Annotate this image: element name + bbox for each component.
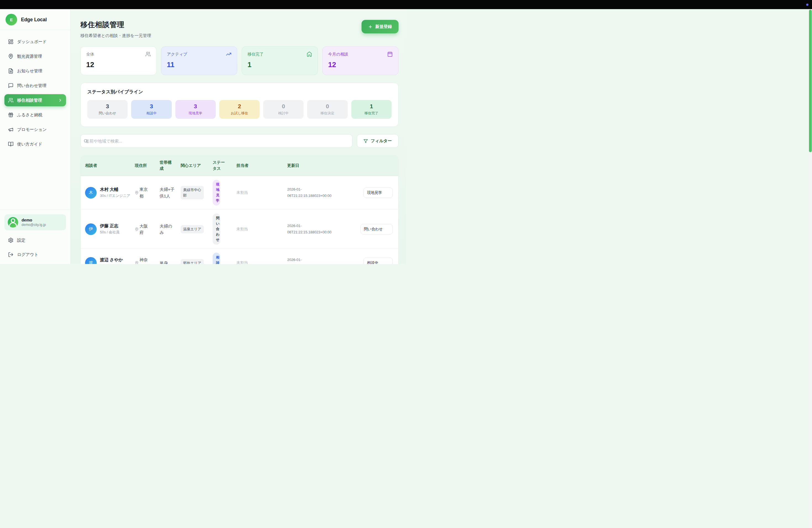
updated-cell: 2026-01-06T21:22:15.188023+00:00 xyxy=(287,186,337,199)
area-chip: 美緑市中心部 xyxy=(180,186,204,200)
map-pin-icon xyxy=(135,261,139,264)
chevron-right-icon xyxy=(58,98,62,102)
stat-card-2: 移住完了 1 xyxy=(242,46,318,75)
stage-count: 3 xyxy=(150,103,153,109)
new-registration-button[interactable]: 新規登録 xyxy=(362,20,398,33)
status-badge: 問い合わせ xyxy=(213,214,220,245)
stage-label: 問い合わせ xyxy=(99,111,116,116)
sidebar-footer-item-0[interactable]: 設定 xyxy=(4,235,66,246)
status-badge: 現地見学 xyxy=(213,180,220,206)
consultant-meta: 50s / 会社員 xyxy=(100,230,120,235)
plus-icon xyxy=(368,25,373,29)
stat-card-1: アクティブ 11 xyxy=(161,46,237,75)
status-select[interactable]: 現地見学 xyxy=(363,188,393,198)
stage-label: 検討中 xyxy=(278,111,289,116)
area-cell: 郊外エリア xyxy=(180,259,213,264)
column-header: 世帯構成 xyxy=(160,159,180,172)
sidebar-item-3[interactable]: 問い合わせ管理 xyxy=(4,79,66,92)
actions-cell: 現地見学 xyxy=(340,188,393,198)
status-cell: 相談中 xyxy=(213,253,236,264)
pipeline-stages: 3 問い合わせ 3 相談中 3 現地見学 2 お試し移住 0 検討中 0 移住決… xyxy=(87,100,392,119)
stage-label: 相談中 xyxy=(146,111,157,116)
stat-value: 12 xyxy=(86,60,151,69)
address-cell: 神奈川県 xyxy=(135,256,160,264)
main-content: 移住相談管理 移住希望者との相談・進捗を一元管理 新規登録 全体 12 アクティ… xyxy=(71,9,406,264)
stage-label: 移住決定 xyxy=(321,111,334,116)
sidebar-footer-item-1[interactable]: ログアウト xyxy=(4,249,66,260)
stage-count: 3 xyxy=(106,103,109,109)
pipeline-stage-1: 3 相談中 xyxy=(131,100,172,119)
consultant-meta: 30s / ITエンジニア xyxy=(100,193,130,199)
logo: E Edge Local xyxy=(0,9,70,30)
actions-cell: 相談中 xyxy=(340,258,393,264)
filter-label: フィルター xyxy=(371,138,392,144)
stage-label: お試し移住 xyxy=(231,111,248,116)
sidebar-item-7[interactable]: 使い方ガイド xyxy=(4,138,66,150)
sidebar-item-4[interactable]: 移住相談管理 xyxy=(4,94,66,106)
megaphone-icon xyxy=(8,127,14,132)
avatar: 伊 xyxy=(85,223,97,235)
stat-cards: 全体 12 アクティブ 11 移住完了 1 今月の相談 12 xyxy=(81,46,398,75)
table-body: 木 木村 大輔 30s / ITエンジニア 東京都 夫婦+子供1人 美緑市中心部… xyxy=(81,176,398,264)
sidebar-item-6[interactable]: プロモーション xyxy=(4,123,66,136)
status-select[interactable]: 相談中 xyxy=(363,258,393,264)
household-cell: 夫婦+子供1人 xyxy=(160,186,176,199)
consultant-meta: 40s / デザイナー xyxy=(100,264,127,264)
area-chip: 郊外エリア xyxy=(180,259,204,264)
status-select-value: 問い合わせ xyxy=(364,227,383,232)
user-card[interactable]: demo demo@city.lg.jp xyxy=(4,214,66,230)
page-header: 移住相談管理 移住希望者との相談・進捗を一元管理 新規登録 xyxy=(81,20,398,39)
address-text: 神奈川県 xyxy=(140,256,149,264)
sidebar-item-5[interactable]: ふるさと納税 xyxy=(4,109,66,121)
pipeline-title: ステータス別パイプライン xyxy=(87,89,392,95)
column-header: 担当者 xyxy=(236,163,287,168)
consultant-name: 木村 大輔 xyxy=(100,187,130,192)
map-pin-icon xyxy=(135,191,139,195)
status-badge: 相談中 xyxy=(213,253,220,264)
sidebar-item-2[interactable]: お知らせ管理 xyxy=(4,65,66,77)
stage-label: 現地見学 xyxy=(189,111,202,116)
status-select[interactable]: 問い合わせ xyxy=(360,224,393,234)
avatar: 渡 xyxy=(85,257,97,264)
stage-count: 2 xyxy=(238,103,241,109)
sidebar-nav: ダッシュボード 観光資源管理 お知らせ管理 問い合わせ管理 移住相談管理 ふるさ… xyxy=(0,30,70,153)
stage-count: 0 xyxy=(326,103,329,109)
actions-cell: 問い合わせ xyxy=(340,224,393,234)
table-row-0: 木 木村 大輔 30s / ITエンジニア 東京都 夫婦+子供1人 美緑市中心部… xyxy=(81,176,398,210)
assignee-cell: 未割当 xyxy=(236,190,287,195)
user-name: demo xyxy=(21,218,46,222)
assignee-cell: 未割当 xyxy=(236,260,287,264)
column-header: 相談者 xyxy=(85,163,135,168)
stat-label: 今月の相談 xyxy=(328,52,348,57)
calendar-icon xyxy=(387,52,393,57)
status-select-value: 相談中 xyxy=(367,260,378,264)
users-icon xyxy=(8,98,14,103)
dashboard-icon xyxy=(8,39,14,44)
column-header: 関心エリア xyxy=(180,163,213,168)
sidebar-footer: demo demo@city.lg.jp 設定 ログアウト xyxy=(0,210,70,264)
stage-count: 3 xyxy=(194,103,197,109)
status-cell: 現地見学 xyxy=(213,180,236,206)
pipeline-stage-3: 2 お試し移住 xyxy=(219,100,260,119)
search-row: フィルター xyxy=(81,134,398,148)
search-input[interactable] xyxy=(81,134,352,148)
app-title: Edge Local xyxy=(21,17,47,23)
consultant-name: 渡辺 さやか xyxy=(100,257,127,263)
stat-value: 1 xyxy=(247,60,312,69)
filter-button[interactable]: フィルター xyxy=(357,134,398,148)
stat-label: アクティブ xyxy=(167,52,187,57)
log-out-icon xyxy=(8,252,14,258)
sidebar-item-1[interactable]: 観光資源管理 xyxy=(4,50,66,62)
pipeline-stage-5: 0 移住決定 xyxy=(307,100,347,119)
consultant-cell: 伊 伊藤 正志 50s / 会社員 xyxy=(85,223,135,235)
top-bar xyxy=(0,0,406,9)
consultations-table: 相談者現住所世帯構成関心エリアステータス担当者更新日 木 木村 大輔 30s /… xyxy=(81,155,398,264)
sidebar-item-0[interactable]: ダッシュボード xyxy=(4,35,66,48)
new-registration-label: 新規登録 xyxy=(375,24,392,29)
area-chip: 温泉エリア xyxy=(180,225,204,233)
stat-label: 全体 xyxy=(86,52,94,57)
address-cell: 大阪府 xyxy=(135,223,160,236)
avatar: 木 xyxy=(85,187,97,199)
gift-icon xyxy=(8,112,14,118)
household-cell: 夫婦のみ xyxy=(160,223,176,236)
